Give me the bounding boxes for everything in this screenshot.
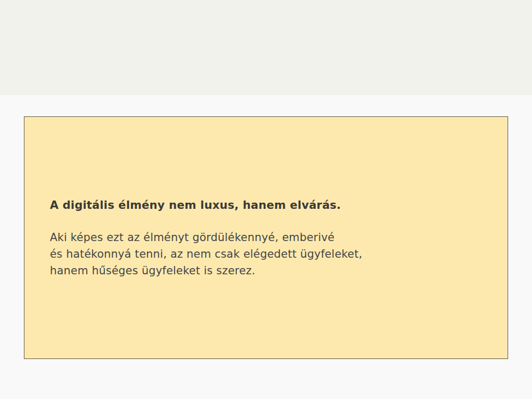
quote-body-line: Aki képes ezt az élményt gördülékennyé, … xyxy=(50,229,487,246)
quote-card: A digitális élmény nem luxus, hanem elvá… xyxy=(24,116,508,359)
page-background: A digitális élmény nem luxus, hanem elvá… xyxy=(0,0,532,399)
quote-headline: A digitális élmény nem luxus, hanem elvá… xyxy=(50,197,487,214)
quote-body-line: és hatékonnyá tenni, az nem csak elégede… xyxy=(50,246,487,262)
top-band xyxy=(0,0,532,95)
quote-body: Aki képes ezt az élményt gördülékennyé, … xyxy=(50,229,487,279)
quote-body-line: hanem hűséges ügyfeleket is szerez. xyxy=(50,262,487,279)
